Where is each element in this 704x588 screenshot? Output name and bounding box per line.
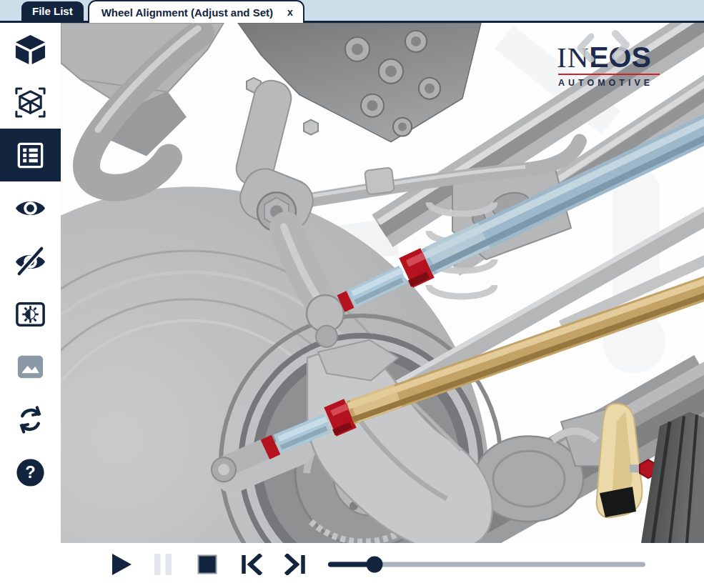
play-button[interactable] <box>111 552 132 577</box>
playback-bar <box>0 543 704 586</box>
chevron-left-icon <box>574 33 598 63</box>
play-icon <box>111 553 132 576</box>
sidebar-item-model-tree[interactable] <box>0 23 61 76</box>
tie-rod-jam-nut-small <box>265 444 276 449</box>
drag-link-jam-nut-small <box>341 299 350 304</box>
chevron-right-icon <box>608 30 633 60</box>
help-icon: ? <box>14 456 47 489</box>
cube-3d-icon <box>14 33 47 66</box>
timeline-thumb[interactable] <box>366 557 382 573</box>
sidebar-item-fit-view[interactable] <box>0 76 61 129</box>
list-view-icon <box>14 139 47 172</box>
skip-to-end-button[interactable] <box>284 552 306 577</box>
3d-viewport[interactable]: INEOS AUTOMOTIVE <box>61 23 704 543</box>
refresh-icon <box>14 403 47 437</box>
tab-wheel-alignment[interactable]: Wheel Alignment (Adjust and Set) x <box>88 0 304 23</box>
svg-text:?: ? <box>25 463 35 482</box>
sidebar-item-hide-parts[interactable] <box>0 234 61 287</box>
pause-icon <box>154 554 172 575</box>
sidebar-item-contrast[interactable] <box>0 287 61 340</box>
image-icon <box>14 350 47 384</box>
stop-icon <box>197 554 217 574</box>
main-area: ? <box>0 23 704 543</box>
eye-off-icon <box>14 244 47 278</box>
file-list-label: File List <box>32 5 73 17</box>
tab-close-button[interactable]: x <box>287 7 293 17</box>
file-list-button[interactable]: File List <box>21 1 84 21</box>
tab-label: Wheel Alignment (Adjust and Set) <box>101 6 273 19</box>
sidebar-toolbar: ? <box>0 23 61 543</box>
application-window: File List Wheel Alignment (Adjust and Se… <box>0 0 704 588</box>
skip-start-icon <box>241 554 262 575</box>
pause-button[interactable] <box>154 552 172 577</box>
sidebar-item-screenshot[interactable] <box>0 340 61 393</box>
tab-bar: File List Wheel Alignment (Adjust and Se… <box>0 0 704 23</box>
sidebar-item-reset-view[interactable] <box>0 393 61 446</box>
skip-to-start-button[interactable] <box>241 552 262 577</box>
previous-step-button[interactable] <box>574 33 598 63</box>
next-step-button[interactable] <box>608 30 633 60</box>
skip-end-icon <box>284 554 306 575</box>
cube-wireframe-icon <box>14 86 47 119</box>
brightness-frame-icon <box>14 297 47 331</box>
sidebar-item-show-parts[interactable] <box>0 181 61 234</box>
suspension-scene <box>61 23 704 543</box>
sidebar-item-step-list[interactable] <box>0 129 61 181</box>
stop-button[interactable] <box>197 552 217 577</box>
timeline-slider[interactable] <box>328 557 645 572</box>
eye-icon <box>14 191 47 225</box>
sidebar-item-help[interactable]: ? <box>0 446 61 499</box>
